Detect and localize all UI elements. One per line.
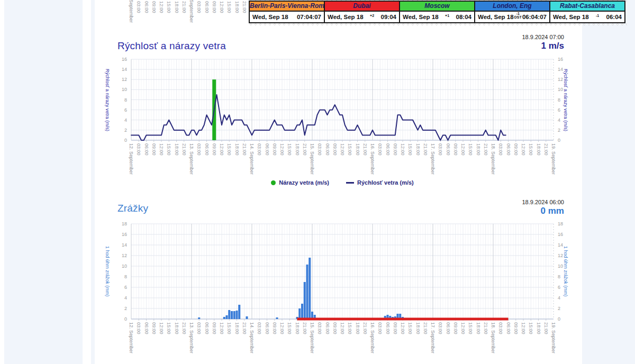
svg-text:10: 10 [558,87,563,92]
svg-text:12: 12 [558,77,563,82]
x-axis-day-label: 13. September [188,0,194,23]
clock-city-row: Wed, Sep 1807:04:07 [250,12,324,22]
clock-city-date: Wed, Sep 18 [553,14,589,20]
svg-text:12: 12 [558,253,563,258]
clock-city-time: 09:04 [381,14,396,20]
clock-city-column: MoscowWed, Sep 18+108:04 [399,1,475,23]
wind-legend: Nárazy vetra (m/s)Rýchlosť vetra (m/s) [131,179,554,186]
svg-text:4: 4 [124,117,127,123]
clock-city-row: Wed, Sep 18-106:04 [550,12,624,22]
clock-city-column: London, EngWed, Sep 18-1DST06:04:07 [474,1,550,23]
clock-city-time: 07:04:07 [297,14,321,20]
svg-text:0: 0 [124,138,127,143]
clock-city-date: Wed, Sep 18 [478,14,514,20]
left-background-band [4,0,83,364]
x-axis-hour-label: 09:00 [211,1,217,13]
x-axis-hour-label: 03:00 [196,1,202,13]
clock-widget-bottom-dots [249,23,627,25]
clock-city-offset: +2 [370,14,374,17]
svg-text:0: 0 [124,316,127,322]
clock-city-date: Wed, Sep 18 [328,14,364,20]
x-axis-hour-label: 21:00 [241,1,247,13]
legend-label: Nárazy vetra (m/s) [279,179,329,186]
precip-plot: 002244668810101212141416161818 [94,197,581,364]
clock-city-row: Wed, Sep 18-1DST06:04:07 [475,12,549,22]
svg-text:0: 0 [558,138,560,143]
clock-city-time: 06:04 [606,14,622,20]
legend-item: Nárazy vetra (m/s) [271,179,329,186]
svg-text:6: 6 [124,285,127,290]
legend-item: Rýchlosť vetra (m/s) [346,179,414,186]
svg-text:14: 14 [558,242,563,248]
svg-text:18: 18 [558,221,563,226]
gusts-legend-marker [271,180,276,185]
x-axis-hour-label: 12:00 [158,1,164,13]
svg-text:6: 6 [558,107,560,113]
svg-text:6: 6 [558,285,560,290]
weather-page: { "world_clock": { "cities": [ {"name":"… [0,0,635,364]
svg-text:6: 6 [124,107,127,113]
svg-text:14: 14 [558,67,563,72]
svg-text:0: 0 [558,316,560,322]
clock-city-column: Berlin-Paris-Vienna-RomaWed, Sep 1807:04… [249,1,325,23]
clock-city-column: DubaiWed, Sep 18+209:04 [324,1,400,23]
svg-text:10: 10 [558,263,563,269]
x-axis-hour-label: 12:00 [219,1,224,13]
clock-city-date: Wed, Sep 18 [403,14,439,20]
svg-text:4: 4 [558,117,560,123]
clock-city-offset: +1 [445,14,449,17]
precip-chart: Zrážky 18.9.2024 06:00 0 mm 1 hod úhrn z… [94,197,581,364]
wind-chart: Rýchlosť a nárazy vetra 18.9.2024 07:00 … [94,30,581,195]
svg-text:8: 8 [558,274,560,279]
svg-text:10: 10 [122,87,127,92]
x-axis-hour-label: 15:00 [226,1,232,13]
wind-plot: 00224466881010121214141616 [94,30,581,195]
x-axis-hour-label: 21:00 [181,1,187,13]
speed-legend-marker [346,182,354,184]
x-axis-hour-label: 15:00 [166,1,171,13]
svg-text:4: 4 [124,295,127,301]
clock-city-offset: -1DST [514,12,522,19]
svg-text:16: 16 [558,232,563,237]
svg-text:10: 10 [122,263,127,269]
svg-text:8: 8 [124,97,127,103]
svg-text:2: 2 [558,306,560,311]
svg-text:12: 12 [122,253,127,258]
x-axis-hour-label: 06:00 [143,1,149,13]
svg-text:16: 16 [122,57,127,62]
svg-text:8: 8 [124,274,127,279]
svg-text:14: 14 [122,67,127,72]
clock-city-row: Wed, Sep 18+108:04 [400,12,474,22]
svg-text:2: 2 [558,128,560,133]
world-clock: Berlin-Paris-Vienna-RomaWed, Sep 1807:04… [249,1,625,23]
svg-text:16: 16 [558,57,563,62]
svg-text:4: 4 [558,295,560,301]
svg-text:16: 16 [122,232,127,237]
clock-city-name[interactable]: Moscow [400,2,474,12]
clock-city-offset: -1 [596,14,599,17]
svg-text:12: 12 [122,77,127,82]
x-axis-hour-label: 18:00 [174,1,179,13]
clock-city-name[interactable]: Dubai [325,2,399,12]
clock-city-time: 08:04 [456,14,471,20]
x-axis-hour-label: 03:00 [135,1,141,13]
right-background-band [582,0,635,364]
x-axis-hour-label: 09:00 [151,1,157,13]
clock-city-name[interactable]: Berlin-Paris-Vienna-Roma [250,2,324,12]
svg-text:8: 8 [558,97,560,103]
clock-city-date: Wed, Sep 18 [252,14,288,20]
clock-city-name[interactable]: London, Eng [475,2,549,12]
svg-text:2: 2 [124,128,127,133]
x-axis-hour-label: 06:00 [204,1,210,13]
svg-text:14: 14 [122,242,127,248]
x-axis-hour-label: 18:00 [234,1,240,13]
svg-text:2: 2 [124,306,127,311]
legend-label: Rýchlosť vetra (m/s) [357,179,414,186]
clock-city-column: Rabat-CasablancaWed, Sep 18-106:04 [549,1,625,23]
clock-city-row: Wed, Sep 18+209:04 [325,12,399,22]
clock-city-name[interactable]: Rabat-Casablanca [550,2,624,12]
clock-city-time: 06:04:07 [522,14,547,20]
x-axis-day-label: 12. September [128,0,134,23]
svg-text:18: 18 [122,221,127,226]
